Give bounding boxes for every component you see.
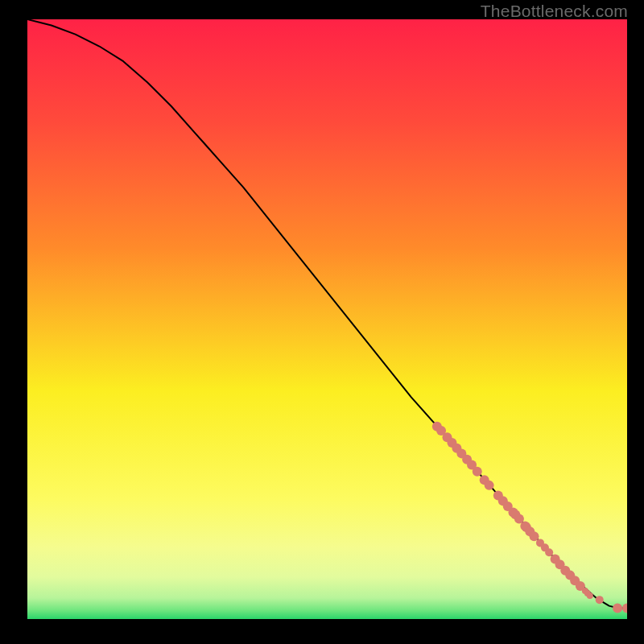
chart-canvas (27, 19, 627, 619)
chart-frame: TheBottleneck.com (0, 0, 644, 644)
data-point (530, 531, 539, 541)
data-point (545, 548, 553, 556)
gradient-background (27, 19, 627, 619)
plot-area (27, 19, 627, 619)
data-point (613, 604, 622, 613)
data-point (485, 481, 494, 490)
data-point (473, 467, 482, 477)
data-point (596, 596, 604, 604)
data-point (587, 592, 593, 599)
watermark-text: TheBottleneck.com (481, 2, 628, 21)
